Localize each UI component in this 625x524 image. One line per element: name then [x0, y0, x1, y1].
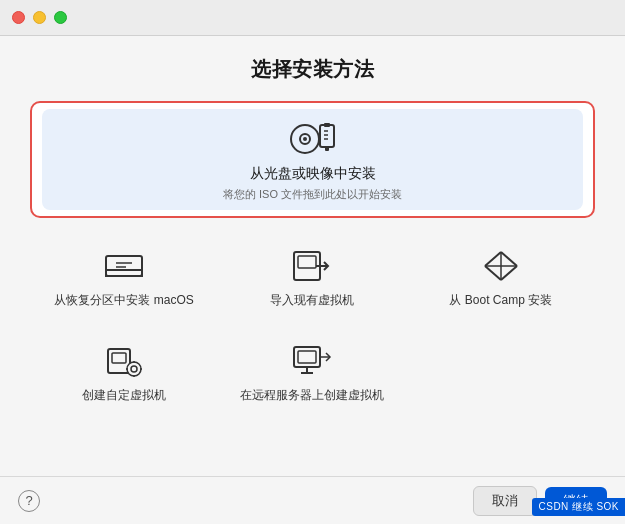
- featured-option[interactable]: 从光盘或映像中安装 将您的 ISO 文件拖到此处以开始安装: [30, 101, 595, 218]
- help-button[interactable]: ?: [18, 490, 40, 512]
- import-icon: [290, 248, 334, 284]
- svg-rect-31: [298, 351, 316, 363]
- option-import[interactable]: 导入现有虚拟机: [218, 238, 406, 321]
- option-custom-label: 创建自定虚拟机: [82, 387, 166, 404]
- svg-rect-23: [112, 353, 126, 363]
- featured-label: 从光盘或映像中安装: [250, 165, 376, 183]
- cancel-button[interactable]: 取消: [473, 486, 537, 516]
- featured-icon-row: [287, 121, 339, 157]
- page-title: 选择安装方法: [251, 56, 374, 83]
- svg-line-17: [501, 266, 517, 280]
- minimize-button[interactable]: [33, 11, 46, 24]
- featured-sublabel: 将您的 ISO 文件拖到此处以开始安装: [223, 187, 402, 202]
- svg-line-16: [501, 252, 517, 266]
- svg-line-19: [485, 252, 501, 266]
- option-restore-label: 从恢复分区中安装 macOS: [54, 292, 193, 309]
- svg-line-18: [485, 266, 501, 280]
- option-bootcamp-label: 从 Boot Camp 安装: [449, 292, 552, 309]
- svg-rect-4: [324, 123, 330, 127]
- svg-point-2: [303, 137, 307, 141]
- svg-rect-3: [320, 125, 334, 147]
- option-custom[interactable]: 创建自定虚拟机: [30, 333, 218, 416]
- option-remote-label: 在远程服务器上创建虚拟机: [240, 387, 384, 404]
- titlebar: [0, 0, 625, 36]
- main-content: 选择安装方法 从光盘或映像中安装: [0, 36, 625, 524]
- remote-icon: [290, 343, 334, 379]
- option-restore[interactable]: 从恢复分区中安装 macOS: [30, 238, 218, 321]
- option-bootcamp[interactable]: 从 Boot Camp 安装: [407, 238, 595, 321]
- disc-usb-icon: [287, 121, 339, 157]
- close-button[interactable]: [12, 11, 25, 24]
- svg-point-24: [127, 362, 141, 376]
- svg-rect-14: [298, 256, 316, 268]
- watermark-text: CSDN 继续 SOK: [538, 500, 619, 514]
- bootcamp-icon: [479, 248, 523, 284]
- svg-rect-8: [325, 146, 329, 151]
- bottom-bar: ? 取消 继续: [0, 476, 625, 524]
- restore-icon: [102, 248, 146, 284]
- maximize-button[interactable]: [54, 11, 67, 24]
- options-grid: 从恢复分区中安装 macOS 导入现有虚拟机 从 Boot: [30, 238, 595, 416]
- svg-rect-9: [106, 256, 142, 276]
- option-import-label: 导入现有虚拟机: [270, 292, 354, 309]
- svg-rect-10: [106, 270, 142, 276]
- option-remote[interactable]: 在远程服务器上创建虚拟机: [218, 333, 406, 416]
- featured-option-inner: 从光盘或映像中安装 将您的 ISO 文件拖到此处以开始安装: [42, 109, 583, 210]
- watermark-badge: CSDN 继续 SOK: [532, 498, 625, 516]
- custom-icon: [102, 343, 146, 379]
